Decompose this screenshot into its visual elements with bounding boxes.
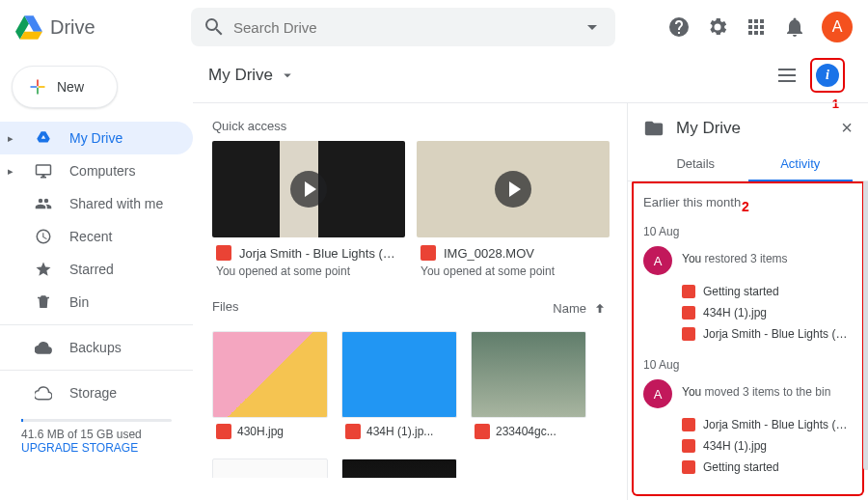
activity-file[interactable]: 434H (1).jpg [682, 302, 853, 323]
file-title: IMG_0028.MOV [444, 246, 534, 261]
storage-used-text: 41.6 MB of 15 GB used [21, 428, 172, 441]
activity-file[interactable]: 434H (1).jpg [682, 435, 853, 457]
sidebar-item-recent[interactable]: ▸ Recent [0, 220, 193, 253]
files-label: Files [212, 299, 238, 314]
file-card[interactable] [341, 458, 457, 478]
sidebar-item-storage[interactable]: ▸ Storage [0, 376, 193, 409]
activity-text: You moved 3 items to the bin [682, 379, 830, 408]
image-thumbnail [212, 458, 328, 478]
file-card[interactable]: 434H (1).jp... [341, 331, 457, 445]
apps-icon[interactable] [745, 15, 768, 39]
chevron-right-icon: ▸ [8, 132, 17, 145]
scrollbar[interactable] [863, 181, 868, 470]
sidebar-item-label: Bin [69, 294, 89, 310]
upgrade-storage-link[interactable]: UPGRADE STORAGE [21, 441, 138, 455]
image-file-icon [682, 439, 695, 453]
play-icon [290, 171, 327, 208]
file-subtitle: You opened at some point [212, 264, 405, 278]
user-avatar: A [643, 246, 672, 275]
quick-access-card[interactable]: Jorja Smith - Blue Lights (Offici... You… [212, 141, 405, 278]
cloud-outline-icon [35, 384, 52, 402]
product-name: Drive [50, 16, 95, 39]
notifications-icon[interactable] [783, 15, 806, 39]
activity-event: A You moved 3 items to the bin [643, 379, 853, 408]
details-panel: My Drive × Details Activity 2 Earlier th… [627, 103, 868, 500]
chevron-down-icon [279, 67, 296, 84]
sidebar-item-label: Shared with me [69, 196, 163, 211]
cloud-icon [35, 339, 52, 356]
file-title: 233404gc... [496, 425, 556, 438]
close-icon[interactable]: × [841, 117, 853, 139]
star-icon [35, 261, 52, 278]
file-title: 430H.jpg [237, 425, 284, 438]
video-thumbnail [417, 141, 610, 237]
new-button[interactable]: New [12, 66, 118, 108]
tab-details[interactable]: Details [643, 147, 748, 181]
drive-logo-icon [15, 14, 42, 41]
search-input[interactable] [233, 19, 573, 36]
storage-meter: 41.6 MB of 15 GB used UPGRADE STORAGE [0, 409, 193, 458]
arrow-up-icon [592, 301, 608, 317]
annotation-label-2: 2 [742, 199, 749, 214]
image-thumbnail [341, 331, 457, 418]
divider [0, 370, 193, 371]
pdf-file-icon [682, 460, 695, 474]
header-actions: A [667, 12, 853, 42]
file-title: Jorja Smith - Blue Lights (Offici... [239, 246, 401, 261]
activity-file[interactable]: Jorja Smith - Blue Lights (O... [682, 414, 853, 435]
file-card[interactable]: 233404gc... [471, 331, 586, 445]
video-file-icon [420, 245, 436, 261]
sidebar-item-backups[interactable]: ▸ Backups [0, 331, 193, 364]
breadcrumb[interactable]: My Drive [208, 66, 296, 85]
sidebar-item-starred[interactable]: ▸ Starred [0, 253, 193, 286]
main: My Drive i 1 Quick access Jorja Smith - … [193, 54, 868, 500]
logo[interactable]: Drive [15, 14, 179, 41]
activity-list: Earlier this month 10 Aug A You restored… [632, 183, 864, 496]
file-card[interactable] [212, 458, 328, 478]
list-view-icon[interactable] [775, 64, 799, 87]
sidebar-item-bin[interactable]: ▸ Bin [0, 286, 193, 319]
search-icon [203, 15, 226, 39]
activity-file[interactable]: Getting started [682, 457, 853, 478]
video-file-icon [216, 245, 231, 261]
sort-label: Name [553, 301, 586, 316]
activity-file[interactable]: Getting started [682, 281, 853, 302]
file-subtitle: You opened at some point [417, 264, 610, 278]
drive-icon [35, 129, 52, 147]
sidebar-item-label: My Drive [69, 130, 122, 146]
sidebar: New ▸ My Drive ▸ Computers ▸ Shared with… [0, 54, 193, 500]
plus-icon [28, 77, 47, 97]
activity-date: 10 Aug [643, 225, 853, 238]
play-icon [495, 171, 531, 208]
annotation-box-1: i [810, 58, 845, 93]
files-area: Quick access Jorja Smith - Blue Lights (… [193, 103, 627, 500]
main-toolbar: My Drive i [193, 54, 868, 97]
sidebar-item-label: Recent [69, 229, 112, 244]
info-button[interactable]: i [816, 64, 839, 87]
app-header: Drive A [0, 0, 868, 54]
search-bar[interactable] [191, 8, 615, 46]
help-icon[interactable] [667, 15, 691, 39]
chevron-right-icon: ▸ [8, 165, 17, 178]
quick-access-card[interactable]: IMG_0028.MOV You opened at some point [417, 141, 610, 278]
gear-icon[interactable] [706, 15, 729, 39]
tab-activity[interactable]: Activity [748, 147, 854, 181]
breadcrumb-label: My Drive [208, 66, 273, 85]
file-title: 434H (1).jp... [366, 425, 433, 438]
monitor-icon [35, 162, 52, 180]
sidebar-item-label: Starred [69, 262, 114, 277]
dropdown-icon[interactable] [581, 15, 604, 39]
image-file-icon [682, 306, 695, 319]
activity-date: 10 Aug [643, 358, 853, 372]
sidebar-item-computers[interactable]: ▸ Computers [0, 154, 193, 187]
people-icon [35, 195, 52, 212]
sidebar-item-my-drive[interactable]: ▸ My Drive [0, 122, 193, 154]
file-card[interactable]: 430H.jpg [212, 331, 328, 445]
user-avatar: A [643, 379, 672, 408]
video-file-icon [682, 327, 695, 341]
image-file-icon [345, 424, 361, 439]
activity-file[interactable]: Jorja Smith - Blue Lights (O... [682, 323, 853, 345]
sort-control[interactable]: Name [553, 301, 608, 317]
account-avatar[interactable]: A [822, 12, 853, 42]
sidebar-item-shared[interactable]: ▸ Shared with me [0, 187, 193, 220]
